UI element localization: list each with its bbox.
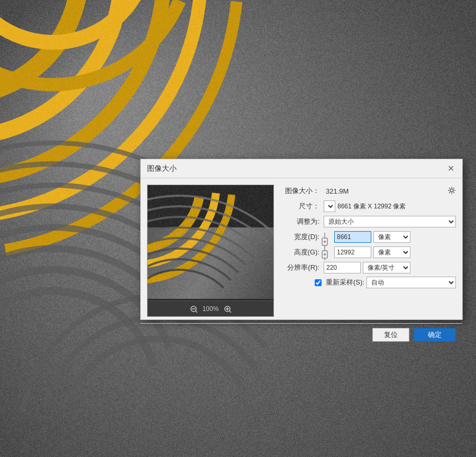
svg-point-7 (450, 189, 453, 192)
resolution-controls: 像素/英寸 像素/厘米 (324, 262, 456, 273)
dimensions-inputs-container: 宽度(D): 像素 英寸 厘米 高度(G): (281, 231, 456, 261)
preview-zoom-bar: 100% (148, 300, 273, 316)
zoom-in-icon (224, 305, 231, 313)
adjust-select[interactable]: 原始大小 (324, 216, 456, 227)
svg-line-2 (196, 311, 197, 313)
close-button[interactable]: ✕ (445, 163, 456, 174)
dialog-footer: 复位 确定 (141, 323, 462, 346)
adjust-row: 调整为: 原始大小 (281, 215, 456, 228)
resample-row: 重新采样(S): 自动 保留细节 两次线性 两次立方 (281, 277, 456, 288)
height-row: 高度(G): 像素 英寸 厘米 (281, 246, 456, 259)
svg-point-13 (324, 253, 326, 255)
width-label: 宽度(D): (281, 232, 324, 242)
resample-select[interactable]: 自动 保留细节 两次线性 两次立方 (367, 277, 456, 288)
zoom-out-icon (190, 305, 197, 313)
image-size-dialog: 图像大小 ✕ 100% (140, 159, 463, 320)
height-input[interactable] (334, 246, 371, 258)
dialog-body: 100% 图像大小： 321.9M (141, 178, 462, 323)
resolution-input[interactable] (324, 262, 361, 273)
gear-icon (447, 186, 456, 195)
resample-checkbox-area (281, 279, 324, 286)
dialog-title: 图像大小 (147, 164, 177, 173)
width-input[interactable] (334, 231, 371, 243)
zoom-in-button[interactable] (223, 304, 232, 314)
adjust-label: 调整为: (281, 217, 324, 226)
image-size-row: 图像大小： 321.9M (281, 185, 456, 197)
dimensions-row: 尺寸： ▼ 8661 像素 X 12992 像素 (281, 200, 456, 213)
svg-point-10 (324, 241, 326, 243)
dimensions-controls: ▼ 8661 像素 X 12992 像素 (324, 200, 456, 212)
image-size-label: 图像大小： (281, 186, 324, 196)
chain-link-icon (322, 233, 328, 260)
resolution-unit-select[interactable]: 像素/英寸 像素/厘米 (363, 262, 410, 273)
resample-checkbox[interactable] (315, 279, 322, 286)
height-controls: 像素 英寸 厘米 (334, 246, 456, 258)
confirm-button[interactable]: 确定 (414, 328, 456, 342)
adjust-controls: 原始大小 (324, 216, 456, 227)
resolution-label: 分辨率(R): (281, 263, 324, 272)
width-controls: 像素 英寸 厘米 (334, 231, 456, 243)
resample-select-container: 自动 保留细节 两次线性 两次立方 (367, 277, 456, 288)
zoom-percentage: 100% (203, 305, 219, 313)
zoom-out-button[interactable] (189, 304, 198, 314)
width-row: 宽度(D): 像素 英寸 厘米 (281, 231, 456, 243)
svg-line-6 (230, 311, 231, 313)
resolution-row: 分辨率(R): 像素/英寸 像素/厘米 (281, 261, 456, 274)
settings-panel: 图像大小： 321.9M 尺寸： ▼ 8661 像素 X 12992 像素 (281, 185, 456, 317)
height-label: 高度(G): (281, 248, 324, 257)
settings-gear-button[interactable] (447, 186, 456, 196)
preview-panel: 100% (147, 185, 274, 317)
dialog-titlebar: 图像大小 ✕ (141, 159, 462, 178)
image-size-value: 321.9M (326, 187, 447, 195)
preview-image-area (148, 185, 273, 300)
dimensions-label: 尺寸： (281, 202, 324, 211)
width-unit-select[interactable]: 像素 英寸 厘米 (373, 231, 410, 243)
preview-canvas (148, 185, 273, 299)
reset-button[interactable]: 复位 (372, 328, 409, 342)
resample-label: 重新采样(S): (324, 278, 364, 287)
dimensions-value: 8661 像素 X 12992 像素 (337, 202, 406, 211)
dimensions-lock-select[interactable]: ▼ (324, 200, 335, 212)
height-unit-select[interactable]: 像素 英寸 厘米 (373, 246, 410, 258)
